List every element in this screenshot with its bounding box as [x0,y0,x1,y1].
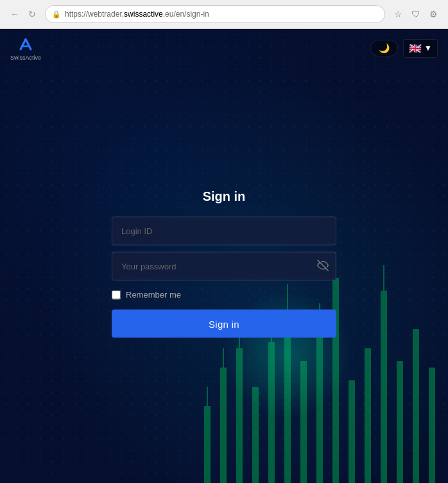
logo-area: SwissActive [10,35,41,61]
back-button[interactable]: ← [8,6,22,22]
svg-rect-0 [204,406,211,483]
svg-rect-20 [397,361,403,483]
extensions-button[interactable]: ⚙ [427,6,440,22]
reload-button[interactable]: ↻ [26,6,39,22]
password-input[interactable] [112,252,336,281]
bookmark-button[interactable]: ☆ [392,6,405,22]
svg-rect-17 [365,348,371,483]
address-bar[interactable]: 🔒 https://webtrader.swissactive.eu/en/si… [45,5,385,23]
lock-icon: 🔒 [52,10,61,19]
svg-rect-21 [413,329,419,483]
brand-name: SwissActive [10,55,41,61]
url-text: https://webtrader.swissactive.eu/en/sign… [65,10,209,19]
svg-rect-22 [429,368,435,483]
header-right: 🌙 🇬🇧 ▼ [370,39,438,58]
eye-off-icon [317,262,329,273]
nav-buttons: ← ↻ [8,6,39,22]
toggle-password-button[interactable] [317,259,329,273]
language-selector[interactable]: 🇬🇧 ▼ [403,39,438,58]
dark-mode-toggle[interactable]: 🌙 [370,40,398,56]
signin-title: Sign in [112,189,336,204]
signin-button[interactable]: Sign in [112,310,336,338]
password-wrapper [112,252,336,281]
flag-icon: 🇬🇧 [409,42,422,55]
brand-logo [17,35,35,53]
svg-rect-16 [349,380,355,483]
svg-rect-2 [220,368,227,483]
app-content: SwissActive 🌙 🇬🇧 ▼ Sign in [0,29,448,483]
browser-chrome: ← ↻ 🔒 https://webtrader.swissactive.eu/e… [0,0,448,29]
browser-actions: ☆ 🛡 ⚙ [392,6,440,22]
shield-button[interactable]: 🛡 [409,6,423,22]
dropdown-arrow: ▼ [424,44,432,53]
signin-container: Sign in Remember me Sign in [112,189,336,338]
moon-icon: 🌙 [379,43,390,53]
login-id-input[interactable] [112,217,336,246]
svg-rect-18 [381,291,387,483]
remember-me-label: Remember me [126,290,181,300]
app-header: SwissActive 🌙 🇬🇧 ▼ [0,29,448,67]
remember-me-row: Remember me [112,290,336,300]
remember-me-checkbox[interactable] [112,290,121,299]
